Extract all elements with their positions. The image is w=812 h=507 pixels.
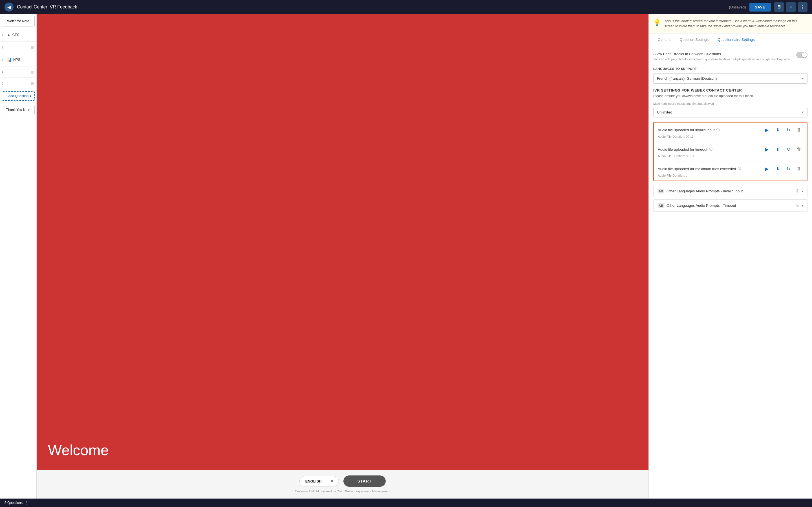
languages-section-label: LANGUAGES TO SUPPORT xyxy=(653,67,808,70)
info-icon-lang-timeout: ⓘ xyxy=(796,203,799,208)
delete-button-invalid[interactable]: 🗑 xyxy=(795,126,803,134)
panel-content: Allow Page Breaks In Between Questions Y… xyxy=(649,46,812,499)
sidebar-item-1[interactable]: 1 ▲ CES xyxy=(0,28,36,42)
download-button-max-tries[interactable]: ⬇ xyxy=(774,165,781,173)
page-breaks-label: Allow Page Breaks In Between Questions xyxy=(653,52,793,56)
sidebar-item-3[interactable]: 3 📊 NPS xyxy=(0,53,36,66)
preview-controls: ENGLISH ▾ START xyxy=(299,475,386,487)
tab-content[interactable]: Content xyxy=(653,34,675,46)
other-lang-row-invalid[interactable]: AB Other Languages Audio Prompts - Inval… xyxy=(653,185,808,197)
info-icon-invalid: ⓘ xyxy=(716,128,720,132)
sidebar-item-thank-you-note[interactable]: Thank You Note xyxy=(2,105,35,115)
menu-icon: ≡ xyxy=(790,4,792,10)
start-button[interactable]: START xyxy=(343,475,386,487)
audio-duration-invalid: Audio File Duration: 00:13 xyxy=(658,135,803,138)
tab-questionnaire-settings[interactable]: Questionnaire Settings xyxy=(713,34,759,46)
preview-area: Welcome xyxy=(37,14,649,470)
delete-button-timeout[interactable]: 🗑 xyxy=(795,145,803,153)
language-dropdown[interactable]: ENGLISH ▾ xyxy=(299,476,339,487)
delete-button-max-tries[interactable]: 🗑 xyxy=(795,165,803,173)
page-breaks-row: Allow Page Breaks In Between Questions Y… xyxy=(653,52,808,61)
back-button[interactable]: ◀ xyxy=(4,3,13,11)
item-number-3: 3 xyxy=(2,58,5,61)
audio-actions-max-tries: ▶ ⬇ ↻ 🗑 xyxy=(763,165,803,173)
tab-question-settings[interactable]: Question Settings xyxy=(675,34,713,46)
save-button[interactable]: SAVE xyxy=(749,3,771,11)
audio-row-invalid-input: Audio file uploaded for invalid input ⓘ … xyxy=(654,122,807,142)
info-icon-lang-invalid: ⓘ xyxy=(796,189,799,193)
sidebar-item-4[interactable]: 4 ▦ xyxy=(0,66,36,78)
audio-actions-invalid: ▶ ⬇ ↻ 🗑 xyxy=(763,126,803,134)
thank-you-note-label: Thank You Note xyxy=(6,108,30,112)
audio-actions-timeout: ▶ ⬇ ↻ 🗑 xyxy=(763,145,803,153)
page-title: Contact Center IVR Feedback xyxy=(17,4,726,10)
audio-duration-timeout: Audio File Duration: 00:13 xyxy=(658,154,803,158)
page-breaks-toggle[interactable] xyxy=(796,52,808,58)
max-invalid-dropdown[interactable]: Unlimited ▾ xyxy=(653,107,808,117)
chevron-icon-lang-invalid: ▾ xyxy=(802,189,803,193)
ab-icon-invalid: AB xyxy=(658,189,664,193)
hint-bulb-icon: 💡 xyxy=(653,19,661,26)
language-arrow-icon: ▾ xyxy=(331,479,333,483)
ivr-section-desc: Please ensure you always have a audio fi… xyxy=(653,94,808,98)
audio-file-top-max-tries: Audio file uploaded for maximum tries ex… xyxy=(658,165,803,173)
info-icon-max-tries: ⓘ xyxy=(738,166,741,171)
hint-text: This is the landing screen for your cust… xyxy=(664,18,808,29)
info-icon-timeout: ⓘ xyxy=(709,147,712,152)
play-button-invalid[interactable]: ▶ xyxy=(763,126,771,134)
languages-value: French (français), German (Deutsch) xyxy=(657,76,717,80)
status-bar: 5 Questions ⋮ xyxy=(0,499,812,507)
preview-footer: Customer Delight powered by Cisco Webex … xyxy=(295,490,390,493)
refresh-button-timeout[interactable]: ↻ xyxy=(784,145,792,153)
welcome-note-label: Welcome Note xyxy=(7,19,29,23)
sidebar-item-2[interactable]: 2 ▦ xyxy=(0,42,36,53)
play-button-max-tries[interactable]: ▶ xyxy=(763,165,771,173)
languages-dropdown[interactable]: French (français), German (Deutsch) ▾ xyxy=(653,73,808,83)
ab-icon-timeout: AB xyxy=(658,203,664,208)
audio-name-max-tries: Audio file uploaded for maximum tries ex… xyxy=(658,166,741,171)
ivr-section-title: IVR SETTINGS FOR WEBEX CONTACT CENTER xyxy=(653,88,808,93)
status-more-icon[interactable]: ⋮ xyxy=(25,501,28,505)
other-lang-right-timeout: ⓘ ▾ xyxy=(796,203,803,208)
ces-icon: ▲ xyxy=(7,33,11,37)
other-lang-label-timeout: Other Languages Audio Prompts - Timeout xyxy=(666,203,794,208)
other-lang-label-invalid: Other Languages Audio Prompts - Invalid … xyxy=(666,189,794,193)
other-lang-right-invalid: ⓘ ▾ xyxy=(796,189,803,193)
add-question-chevron-icon: ▾ xyxy=(30,94,31,98)
other-lang-row-timeout[interactable]: AB Other Languages Audio Prompts - Timeo… xyxy=(653,200,808,212)
placeholder-icon-2: ▦ xyxy=(31,45,34,50)
page-breaks-desc: You can add page breaks in between quest… xyxy=(653,57,793,61)
max-invalid-label: Maximum invalid inputs and timeout allow… xyxy=(653,102,808,105)
hint-bar: 💡 This is the landing screen for your cu… xyxy=(649,14,812,34)
tab-bar: Content Question Settings Questionnaire … xyxy=(649,34,812,46)
refresh-button-max-tries[interactable]: ↻ xyxy=(784,165,792,173)
item-number-1: 1 xyxy=(2,33,5,37)
add-question-button[interactable]: + Add Question ▾ xyxy=(2,91,35,101)
audio-duration-max-tries: Audio File Duration: . xyxy=(658,174,803,177)
topbar: ◀ Contact Center IVR Feedback (Unsaved) … xyxy=(0,0,812,14)
max-invalid-arrow-icon: ▾ xyxy=(802,110,804,114)
play-button-timeout[interactable]: ▶ xyxy=(763,145,771,153)
nps-label: NPS xyxy=(13,58,20,62)
refresh-button-invalid[interactable]: ↻ xyxy=(784,126,792,134)
audio-row-max-tries: Audio file uploaded for maximum tries ex… xyxy=(654,161,807,180)
share-icon: ⋮ xyxy=(801,4,805,10)
max-invalid-value: Unlimited xyxy=(657,110,672,114)
download-button-invalid[interactable]: ⬇ xyxy=(774,126,781,134)
download-button-timeout[interactable]: ⬇ xyxy=(774,145,781,153)
audio-name-invalid-input: Audio file uploaded for invalid input ⓘ xyxy=(658,128,720,132)
chevron-icon-lang-timeout: ▾ xyxy=(802,204,803,208)
monitor-button[interactable]: 🖥 xyxy=(774,2,784,12)
audio-name-timeout: Audio file uploaded for timeout ⓘ xyxy=(658,147,712,152)
item-number-4: 4 xyxy=(2,70,3,74)
menu-button[interactable]: ≡ xyxy=(786,2,796,12)
ces-label: CES xyxy=(12,33,19,37)
share-button[interactable]: ⋮ xyxy=(798,2,808,12)
sidebar-item-welcome-note[interactable]: Welcome Note xyxy=(2,16,35,26)
back-icon: ◀ xyxy=(7,4,11,10)
monitor-icon: 🖥 xyxy=(777,4,781,10)
preview-bottom: ENGLISH ▾ START Customer Delight powered… xyxy=(37,470,649,499)
right-panel: 💡 This is the landing screen for your cu… xyxy=(649,14,812,499)
sidebar-item-5[interactable]: 5 ▦ xyxy=(0,78,36,89)
audio-files-box: Audio file uploaded for invalid input ⓘ … xyxy=(653,122,808,181)
